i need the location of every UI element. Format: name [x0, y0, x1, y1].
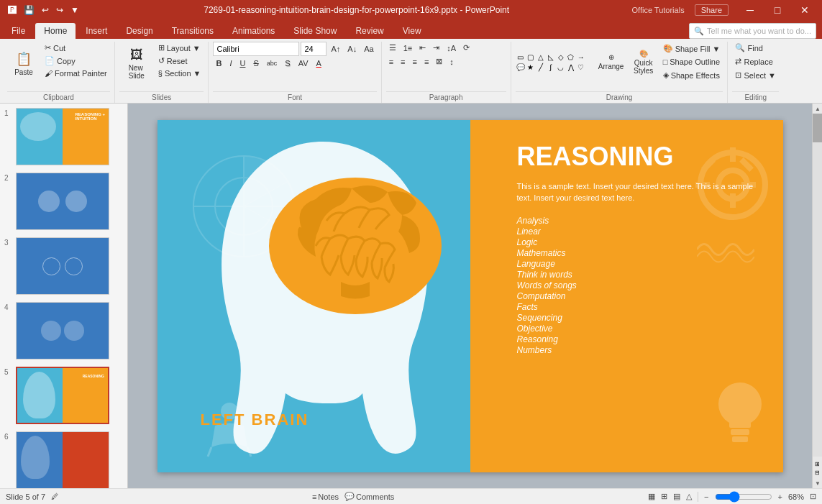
slide-thumb-2[interactable]: 2	[3, 171, 124, 232]
diamond-shape[interactable]: ◇	[556, 52, 566, 62]
rect-shape[interactable]: ▭	[516, 52, 526, 62]
align-left-button[interactable]: ≡	[386, 55, 396, 68]
font-size-input[interactable]: 24	[301, 42, 326, 56]
view-normal-button[interactable]: ▦	[648, 492, 655, 501]
slide-thumb-6[interactable]: 6	[3, 430, 124, 488]
slide-thumb-5[interactable]: 5 REASONING	[3, 365, 124, 426]
copy-button[interactable]: 📄Copy	[42, 55, 110, 67]
triangle-shape[interactable]: △	[536, 52, 546, 62]
format-painter-button[interactable]: 🖌Format Painter	[42, 68, 110, 79]
undo-icon[interactable]: ↩	[40, 4, 51, 17]
star-shape[interactable]: ★	[526, 62, 536, 72]
strikethrough-button[interactable]: S	[250, 58, 261, 69]
rounded-rect-shape[interactable]: ▢	[526, 52, 536, 62]
zoom-fit-button[interactable]: ⊞	[813, 459, 822, 468]
convert-smartart-button[interactable]: ⟳	[460, 42, 472, 54]
font-name-input[interactable]: Calibri	[213, 42, 299, 56]
shape-effects-button[interactable]: ◈Shape Effects	[660, 69, 723, 81]
justify-button[interactable]: ≡	[421, 55, 431, 68]
fit-to-window-button[interactable]: ⊡	[810, 492, 816, 501]
minimize-button[interactable]: ─	[739, 4, 762, 17]
slide-thumb-3[interactable]: 3	[3, 236, 124, 296]
view-reading-button[interactable]: ▤	[673, 492, 680, 501]
quick-styles-button[interactable]: 🎨 QuickStyles	[628, 42, 659, 82]
scroll-down-arrow[interactable]: ▼	[813, 478, 822, 488]
select-button[interactable]: ⊡Select ▼	[732, 69, 779, 81]
zoom-slider[interactable]	[715, 491, 772, 503]
tab-transitions[interactable]: Transitions	[163, 23, 222, 39]
callout-shape[interactable]: 💬	[516, 62, 526, 72]
arc-shape[interactable]: ◡	[556, 62, 566, 72]
new-slide-button[interactable]: 🖼 NewSlide	[119, 42, 154, 85]
clear-format-button[interactable]: Aa	[361, 43, 376, 55]
tab-insert[interactable]: Insert	[77, 23, 116, 39]
view-present-button[interactable]: △	[686, 492, 692, 501]
brain-graphic	[258, 163, 452, 329]
paste-button[interactable]: 📋 Paste	[7, 42, 40, 85]
font-color-button[interactable]: A	[314, 58, 324, 69]
tab-review[interactable]: Review	[347, 23, 392, 39]
numbering-button[interactable]: 1≡	[401, 42, 416, 54]
line-spacing-button[interactable]: ↕	[447, 55, 457, 68]
zoom-out-button[interactable]: −	[704, 492, 708, 501]
cut-button[interactable]: ✂Cut	[42, 42, 110, 54]
shadow-button[interactable]: S	[282, 58, 293, 69]
section-button[interactable]: § Section ▼	[155, 68, 204, 79]
right-triangle-shape[interactable]: ◺	[546, 52, 556, 62]
shape-fill-button[interactable]: 🎨Shape Fill ▼	[660, 42, 723, 55]
arrange-button[interactable]: ⊕ Arrange	[595, 42, 627, 82]
slide-thumb-4[interactable]: 4	[3, 301, 124, 361]
customize-icon[interactable]: ▼	[68, 4, 81, 17]
comments-button[interactable]: 💬 Comments	[344, 492, 394, 501]
shape-outline-button[interactable]: □Shape Outline	[660, 56, 723, 68]
share-button[interactable]: Share	[695, 4, 729, 16]
cols-button[interactable]: ⊠	[433, 55, 445, 68]
italic-button[interactable]: I	[227, 58, 234, 69]
heart-shape[interactable]: ♡	[576, 62, 586, 72]
smallcaps-button[interactable]: abc	[264, 58, 280, 68]
tab-animations[interactable]: Animations	[224, 23, 283, 39]
find-button[interactable]: 🔍Find	[732, 42, 765, 54]
view-sorter-button[interactable]: ⊞	[661, 492, 667, 501]
tab-home[interactable]: Home	[35, 23, 76, 39]
replace-button[interactable]: ⇄Replace	[732, 55, 775, 68]
text-direction-button[interactable]: ↕A	[444, 42, 459, 54]
tab-slideshow[interactable]: Slide Show	[285, 23, 345, 39]
office-tutorials-link[interactable]: Office Tutorials	[631, 6, 684, 14]
spacing-button[interactable]: AV	[296, 58, 311, 69]
scroll-track[interactable]	[813, 114, 822, 457]
bullets-button[interactable]: ☰	[386, 42, 399, 54]
align-center-button[interactable]: ≡	[398, 55, 408, 68]
increase-font-button[interactable]: A↑	[328, 43, 343, 55]
decrease-font-button[interactable]: A↓	[344, 43, 360, 55]
scroll-thumb[interactable]	[813, 114, 822, 142]
tab-file[interactable]: File	[3, 23, 34, 39]
zoom-in-button[interactable]: +	[778, 492, 782, 501]
close-button[interactable]: ✕	[793, 4, 816, 17]
chevron-shape[interactable]: ⋀	[566, 62, 576, 72]
main-slide[interactable]: LEFT BRAIN	[157, 120, 783, 472]
tell-me-bar[interactable]: 🔍 Tell me what you want to do...	[689, 23, 816, 39]
tab-view[interactable]: View	[394, 23, 430, 39]
status-right: ▦ ⊞ ▤ △ − + 68% ⊡	[648, 491, 816, 503]
decrease-indent-button[interactable]: ⇤	[416, 42, 429, 54]
redo-icon[interactable]: ↪	[54, 4, 65, 17]
curve-shape[interactable]: ∫	[546, 62, 556, 72]
scroll-up-arrow[interactable]: ▲	[813, 104, 822, 114]
notes-button[interactable]: ≡ Notes	[312, 492, 339, 501]
save-icon[interactable]: 💾	[22, 4, 37, 17]
align-right-button[interactable]: ≡	[409, 55, 419, 68]
pentagon-shape[interactable]: ⬠	[566, 52, 576, 62]
right-scrollbar[interactable]: ▲ ⊞ ⊟ ▼	[812, 104, 822, 488]
bold-button[interactable]: B	[213, 58, 224, 69]
slide-thumb-1[interactable]: 1 REASONING +INTUITION	[3, 106, 124, 167]
arrow-shape[interactable]: →	[576, 52, 586, 62]
maximize-button[interactable]: □	[766, 4, 789, 17]
reset-button[interactable]: ↺ Reset	[155, 55, 204, 67]
layout-button[interactable]: ⊞ Layout ▼	[155, 42, 204, 54]
increase-indent-button[interactable]: ⇥	[430, 42, 442, 54]
line-shape[interactable]: ╱	[536, 62, 546, 72]
tab-design[interactable]: Design	[117, 23, 161, 39]
fit-page-button[interactable]: ⊟	[813, 468, 822, 477]
underline-button[interactable]: U	[237, 58, 248, 69]
